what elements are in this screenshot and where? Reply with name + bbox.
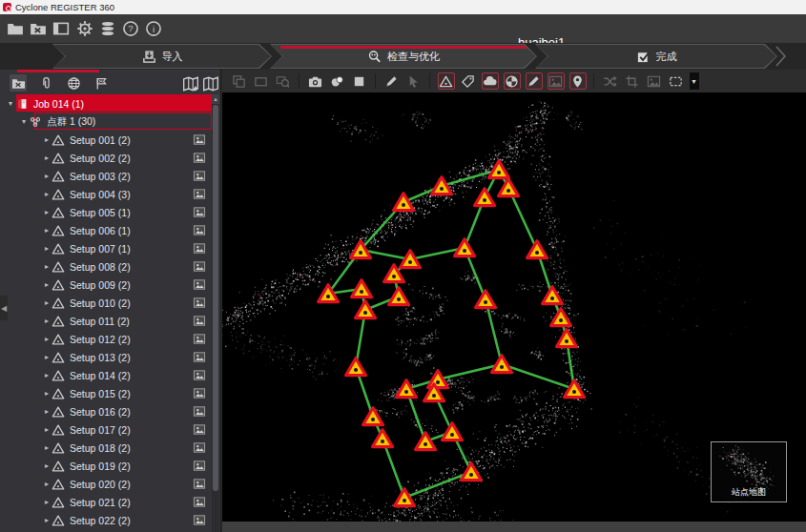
expand-arrow[interactable]: ▸: [42, 226, 52, 235]
tree-row-setup[interactable]: ▸ Setup 006 (1): [0, 221, 214, 239]
tree-row-setup[interactable]: ▸ Setup 011 (2): [0, 312, 214, 330]
setup-marker[interactable]: [346, 358, 366, 376]
setup-marker[interactable]: [352, 280, 372, 297]
expand-arrow[interactable]: ▸: [42, 516, 52, 524]
expand-arrow[interactable]: ▸: [42, 407, 52, 416]
panel-collapse-handle[interactable]: ◀: [0, 296, 8, 320]
expand-arrow[interactable]: ▸: [42, 135, 52, 144]
expand-arrow[interactable]: ▸: [42, 262, 52, 271]
expand-arrow[interactable]: ▸: [42, 244, 52, 253]
setup-thumbnail-icon[interactable]: [193, 170, 206, 182]
setup-marker[interactable]: [443, 423, 463, 440]
setup-marker[interactable]: [416, 433, 436, 450]
setup-marker[interactable]: [475, 189, 495, 206]
add-map-view-icon[interactable]: [182, 75, 200, 92]
expand-arrow[interactable]: ▸: [42, 461, 52, 470]
panels-icon[interactable]: [52, 20, 70, 37]
expand-arrow[interactable]: ▸: [42, 280, 52, 289]
expand-arrow[interactable]: ▸: [42, 298, 52, 307]
tree-row-setup[interactable]: ▸ Setup 019 (2): [0, 457, 214, 475]
tree-row-setup[interactable]: ▸ Setup 003 (2): [0, 167, 214, 185]
setup-thumbnail-icon[interactable]: [193, 405, 206, 418]
select-cursor-icon[interactable]: [405, 72, 423, 90]
expand-arrow[interactable]: ▸: [42, 317, 52, 325]
tree-row-setup[interactable]: ▸ Setup 016 (2): [0, 402, 214, 420]
marquee-select-icon[interactable]: [668, 72, 685, 90]
setup-thumbnail-icon[interactable]: [193, 224, 206, 236]
open-project-icon[interactable]: [7, 20, 24, 37]
expand-arrow[interactable]: ▸: [42, 371, 52, 379]
link-line[interactable]: [486, 299, 502, 364]
setup-marker[interactable]: [373, 430, 393, 447]
setup-thumbnail-icon[interactable]: [193, 152, 206, 164]
map-view-icon[interactable]: [202, 75, 220, 92]
link-line[interactable]: [502, 364, 574, 389]
setup-marker[interactable]: [394, 194, 414, 211]
show-links-pen-icon[interactable]: [526, 72, 543, 90]
tree-row-setup[interactable]: ▸ Setup 012 (2): [0, 330, 214, 348]
registration-links[interactable]: [328, 170, 574, 498]
setup-thumbnail-icon[interactable]: [193, 387, 206, 399]
tree-row-setup[interactable]: ▸ Setup 022 (2): [0, 511, 214, 529]
tree-row-setup[interactable]: ▸ Setup 010 (2): [0, 294, 214, 312]
setup-thumbnail-icon[interactable]: [193, 333, 206, 345]
setup-marker[interactable]: [476, 291, 496, 308]
expand-arrow[interactable]: ▸: [42, 335, 52, 343]
crop-icon[interactable]: [624, 72, 641, 90]
bookmarks-flag-icon[interactable]: [93, 74, 110, 92]
link-line[interactable]: [404, 472, 471, 498]
web-globe-icon[interactable]: [65, 74, 82, 92]
setup-marker[interactable]: [499, 179, 519, 196]
setup-marker[interactable]: [455, 239, 475, 256]
expand-arrow[interactable]: ▸: [42, 153, 52, 162]
tree-row-setup[interactable]: ▸ Setup 014 (2): [0, 366, 214, 384]
expand-arrow[interactable]: ▸: [42, 498, 52, 506]
site-minimap[interactable]: 站点地图: [711, 441, 787, 502]
tree-row-setup[interactable]: ▸ Setup 008 (2): [0, 257, 214, 276]
setup-marker[interactable]: [543, 287, 563, 304]
setup-thumbnail-icon[interactable]: [193, 315, 206, 327]
setup-thumbnail-icon[interactable]: [193, 242, 206, 255]
help-icon[interactable]: [122, 20, 139, 37]
stop-square-icon[interactable]: [351, 72, 368, 90]
render-colors-icon[interactable]: [329, 72, 346, 90]
setup-thumbnail-icon[interactable]: [193, 278, 206, 291]
setup-thumbnail-icon[interactable]: [193, 423, 206, 436]
scrollbar-thumb[interactable]: [213, 105, 218, 491]
tree-row-cluster[interactable]: ▾ 点群 1 (30): [0, 113, 214, 131]
tree-row-setup[interactable]: ▸ Setup 007 (1): [0, 239, 214, 257]
show-labels-tag-icon[interactable]: [460, 72, 477, 90]
settings-gear-icon[interactable]: [76, 20, 93, 37]
expand-arrow[interactable]: ▸: [42, 172, 52, 180]
frame-icon[interactable]: [253, 72, 270, 90]
expand-arrow[interactable]: ▸: [42, 425, 52, 434]
setup-marker[interactable]: [551, 309, 571, 326]
show-targets-icon[interactable]: [504, 72, 521, 90]
setup-thumbnail-icon[interactable]: [193, 260, 206, 273]
show-setups-triangle-icon[interactable]: [438, 72, 455, 90]
setup-thumbnail-icon[interactable]: [193, 188, 206, 200]
copy-icon[interactable]: [231, 72, 248, 90]
camera-icon[interactable]: [307, 72, 324, 90]
expand-arrow[interactable]: ▸: [42, 208, 52, 216]
tree-row-setup[interactable]: ▸ Setup 015 (2): [0, 384, 214, 402]
expand-arrow[interactable]: ▾: [19, 117, 29, 126]
setup-marker[interactable]: [492, 356, 512, 373]
tree-row-setup[interactable]: ▸ Setup 021 (2): [0, 493, 214, 511]
panel-scrollbar[interactable]: ▲: [212, 94, 219, 532]
workflow-step-import[interactable]: 导入: [52, 44, 272, 69]
measure-pen-icon[interactable]: [383, 72, 401, 90]
show-images-icon[interactable]: [548, 72, 565, 90]
setup-thumbnail-icon[interactable]: [193, 496, 206, 508]
close-project-icon[interactable]: [30, 20, 47, 37]
setup-marker[interactable]: [432, 177, 452, 194]
setup-thumbnail-icon[interactable]: [193, 133, 206, 146]
show-cloud-icon[interactable]: [482, 72, 499, 90]
expand-arrow[interactable]: ▸: [42, 190, 52, 198]
setup-thumbnail-icon[interactable]: [193, 460, 206, 472]
setup-thumbnail-icon[interactable]: [193, 206, 206, 218]
expand-arrow[interactable]: ▾: [6, 99, 15, 108]
tree-row-setup[interactable]: ▸ Setup 009 (2): [0, 276, 214, 294]
zoom-region-icon[interactable]: [275, 72, 292, 90]
setup-marker[interactable]: [489, 161, 509, 178]
